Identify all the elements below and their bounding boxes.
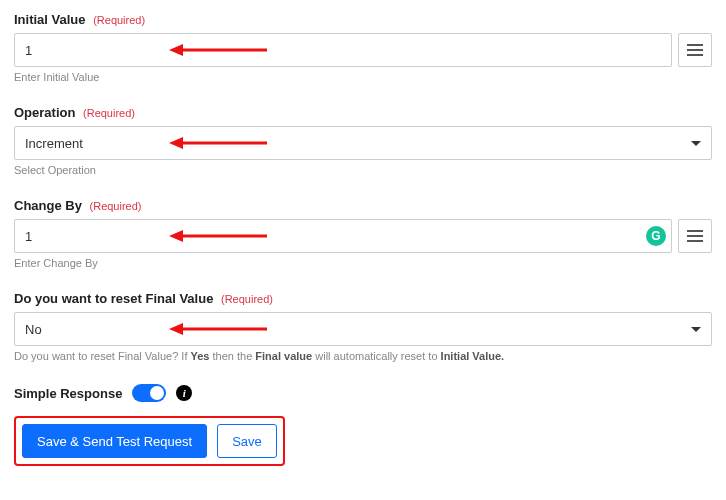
initial-value-input[interactable] — [14, 33, 672, 67]
simple-response-row: Simple Response i — [14, 384, 712, 402]
label-row: Do you want to reset Final Value (Requir… — [14, 291, 712, 306]
change-by-input[interactable] — [14, 219, 672, 253]
save-send-test-button[interactable]: Save & Send Test Request — [22, 424, 207, 458]
info-icon[interactable]: i — [176, 385, 192, 401]
field-initial-value: Initial Value (Required) Enter Initial V… — [14, 12, 712, 83]
chevron-down-icon — [691, 327, 701, 332]
required-tag: (Required) — [221, 293, 273, 305]
input-row — [14, 33, 712, 67]
label-row: Change By (Required) — [14, 198, 712, 213]
required-tag: (Required) — [90, 200, 142, 212]
button-row-highlight: Save & Send Test Request Save — [14, 416, 285, 466]
initial-value-label: Initial Value — [14, 12, 86, 27]
hamburger-icon — [687, 44, 703, 46]
save-button[interactable]: Save — [217, 424, 277, 458]
required-tag: (Required) — [93, 14, 145, 26]
reset-final-label: Do you want to reset Final Value — [14, 291, 213, 306]
reset-final-helper: Do you want to reset Final Value? If Yes… — [14, 350, 712, 362]
simple-response-toggle[interactable] — [132, 384, 166, 402]
input-row: Increment — [14, 126, 712, 160]
simple-response-label: Simple Response — [14, 386, 122, 401]
input-row: No — [14, 312, 712, 346]
label-row: Operation (Required) — [14, 105, 712, 120]
field-reset-final: Do you want to reset Final Value (Requir… — [14, 291, 712, 362]
operation-helper: Select Operation — [14, 164, 712, 176]
initial-value-helper: Enter Initial Value — [14, 71, 712, 83]
operation-label: Operation — [14, 105, 75, 120]
change-by-helper: Enter Change By — [14, 257, 712, 269]
chevron-down-icon — [691, 141, 701, 146]
hamburger-icon — [687, 230, 703, 232]
label-row: Initial Value (Required) — [14, 12, 712, 27]
reset-final-select[interactable]: No — [14, 312, 712, 346]
change-by-menu-button[interactable] — [678, 219, 712, 253]
input-row: G — [14, 219, 712, 253]
required-tag: (Required) — [83, 107, 135, 119]
operation-select[interactable]: Increment — [14, 126, 712, 160]
operation-select-value: Increment — [25, 136, 83, 151]
initial-value-menu-button[interactable] — [678, 33, 712, 67]
field-change-by: Change By (Required) G Enter Change By — [14, 198, 712, 269]
change-by-label: Change By — [14, 198, 82, 213]
reset-final-select-value: No — [25, 322, 42, 337]
field-operation: Operation (Required) Increment Select Op… — [14, 105, 712, 176]
